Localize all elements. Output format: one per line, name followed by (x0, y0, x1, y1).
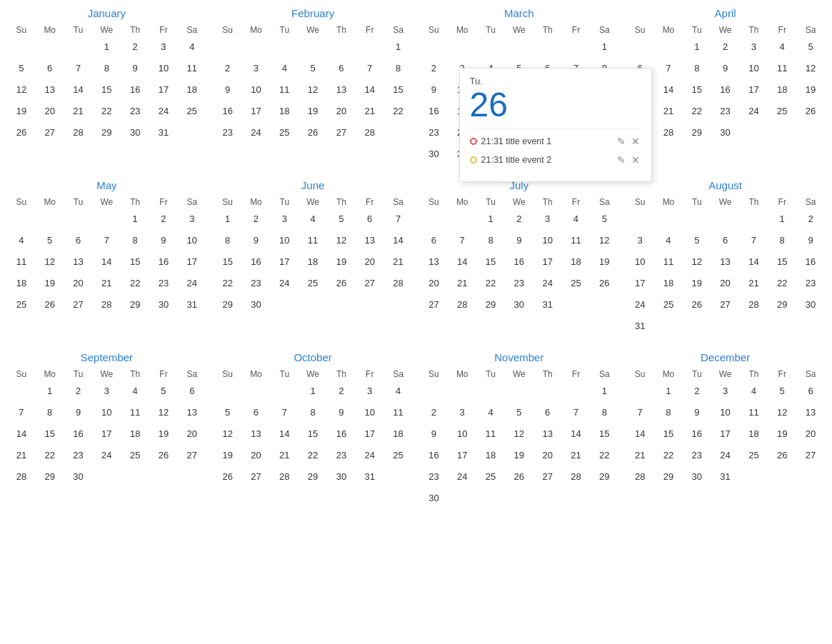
day-cell[interactable]: 3 (270, 208, 299, 230)
day-cell[interactable]: 5 (590, 208, 618, 230)
day-cell[interactable]: 1 (121, 208, 149, 230)
day-cell[interactable]: 10 (356, 402, 384, 423)
day-cell[interactable]: 24 (92, 445, 121, 466)
day-cell[interactable]: 18 (121, 423, 149, 445)
day-cell[interactable]: 13 (533, 423, 562, 445)
edit-event-button-2[interactable]: ✎ (616, 153, 627, 167)
day-cell[interactable]: 15 (299, 423, 327, 445)
day-cell[interactable]: 11 (121, 402, 149, 423)
day-cell[interactable]: 11 (7, 251, 36, 273)
day-cell[interactable]: 6 (796, 381, 825, 402)
day-cell[interactable]: 17 (740, 79, 768, 101)
day-cell[interactable]: 4 (562, 208, 591, 230)
day-cell[interactable]: 22 (654, 445, 683, 466)
day-cell[interactable]: 23 (711, 101, 740, 122)
day-cell[interactable]: 2 (327, 381, 356, 402)
day-cell[interactable]: 23 (64, 445, 93, 466)
day-cell[interactable]: 2 (711, 36, 740, 58)
day-cell[interactable]: 6 (36, 58, 64, 79)
day-cell[interactable]: 22 (384, 101, 413, 122)
day-cell[interactable]: 2 (214, 58, 242, 79)
day-cell[interactable]: 12 (214, 423, 242, 445)
day-cell[interactable]: 2 (64, 381, 93, 402)
day-cell[interactable]: 28 (356, 122, 384, 144)
day-cell[interactable]: 20 (711, 273, 740, 294)
day-cell[interactable]: 12 (683, 251, 711, 273)
day-cell[interactable]: 23 (420, 466, 448, 488)
day-cell[interactable]: 17 (149, 79, 178, 101)
day-cell[interactable]: 15 (654, 423, 683, 445)
day-cell[interactable]: 21 (92, 273, 121, 294)
day-cell[interactable]: 5 (36, 230, 64, 251)
day-cell[interactable]: 6 (420, 230, 448, 251)
day-cell[interactable]: 13 (64, 251, 93, 273)
day-cell[interactable]: 28 (448, 294, 476, 316)
day-cell[interactable]: 3 (448, 402, 476, 423)
day-cell[interactable]: 26 (768, 445, 796, 466)
day-cell[interactable]: 13 (178, 402, 206, 423)
day-cell[interactable]: 21 (448, 273, 476, 294)
day-cell[interactable]: 8 (36, 402, 64, 423)
day-cell[interactable]: 15 (384, 79, 413, 101)
day-cell[interactable]: 25 (476, 466, 505, 488)
day-cell[interactable]: 13 (356, 230, 384, 251)
day-cell[interactable]: 1 (590, 36, 618, 58)
day-cell[interactable]: 29 (476, 294, 505, 316)
day-cell[interactable]: 18 (768, 79, 796, 101)
day-cell[interactable]: 25 (7, 294, 36, 316)
day-cell[interactable]: 18 (476, 445, 505, 466)
day-cell[interactable]: 4 (121, 381, 149, 402)
day-cell[interactable]: 7 (562, 402, 591, 423)
day-cell[interactable]: 29 (590, 466, 618, 488)
day-cell[interactable]: 7 (64, 58, 93, 79)
day-cell[interactable]: 30 (505, 294, 533, 316)
day-cell[interactable]: 30 (711, 122, 740, 144)
day-cell[interactable]: 25 (740, 445, 768, 466)
day-cell[interactable]: 28 (562, 466, 591, 488)
day-cell[interactable]: 25 (384, 445, 413, 466)
day-cell[interactable]: 10 (92, 402, 121, 423)
day-cell[interactable]: 11 (299, 230, 327, 251)
day-cell[interactable]: 14 (270, 423, 299, 445)
day-cell[interactable]: 31 (356, 466, 384, 488)
day-cell[interactable]: 19 (299, 101, 327, 122)
day-cell[interactable]: 18 (299, 251, 327, 273)
day-cell[interactable]: 8 (683, 58, 711, 79)
day-cell[interactable]: 21 (740, 273, 768, 294)
day-cell[interactable]: 6 (356, 208, 384, 230)
day-cell[interactable]: 16 (242, 251, 271, 273)
day-cell[interactable]: 4 (299, 208, 327, 230)
day-cell[interactable]: 22 (590, 445, 618, 466)
day-cell[interactable]: 9 (214, 79, 242, 101)
day-cell[interactable]: 4 (270, 58, 299, 79)
day-cell[interactable]: 19 (327, 251, 356, 273)
day-cell[interactable]: 20 (356, 251, 384, 273)
day-cell[interactable]: 25 (654, 294, 683, 316)
day-cell[interactable]: 23 (242, 273, 271, 294)
day-cell[interactable]: 16 (796, 251, 825, 273)
day-cell[interactable]: 22 (299, 445, 327, 466)
day-cell[interactable]: 20 (242, 445, 271, 466)
day-cell[interactable]: 7 (356, 58, 384, 79)
day-cell[interactable]: 20 (533, 445, 562, 466)
day-cell[interactable]: 1 (299, 381, 327, 402)
day-cell[interactable]: 6 (533, 402, 562, 423)
day-cell[interactable]: 30 (121, 122, 149, 144)
day-cell[interactable]: 28 (270, 466, 299, 488)
day-cell[interactable]: 5 (768, 381, 796, 402)
day-cell[interactable]: 5 (327, 208, 356, 230)
day-cell[interactable]: 31 (533, 294, 562, 316)
day-cell[interactable]: 5 (796, 36, 825, 58)
day-cell[interactable]: 24 (740, 101, 768, 122)
day-cell[interactable]: 7 (654, 58, 683, 79)
day-cell[interactable]: 31 (178, 294, 206, 316)
day-cell[interactable]: 7 (92, 230, 121, 251)
day-cell[interactable]: 9 (327, 402, 356, 423)
day-cell[interactable]: 10 (178, 230, 206, 251)
day-cell[interactable]: 3 (740, 36, 768, 58)
day-cell[interactable]: 16 (420, 101, 448, 122)
day-cell[interactable]: 17 (270, 251, 299, 273)
day-cell[interactable]: 2 (420, 402, 448, 423)
day-cell[interactable]: 26 (796, 101, 825, 122)
day-cell[interactable]: 16 (149, 251, 178, 273)
